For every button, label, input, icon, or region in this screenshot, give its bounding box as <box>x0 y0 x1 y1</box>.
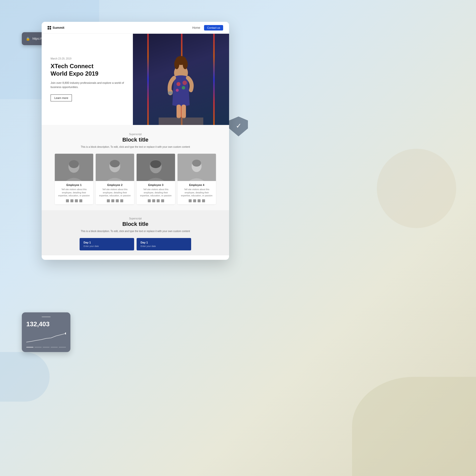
social-instagram-4[interactable] <box>193 199 196 202</box>
svg-point-8 <box>176 89 179 92</box>
employee-photo-4 <box>178 154 216 181</box>
analytics-dots <box>26 347 66 348</box>
block-section-1: Superscript Block title This is a block … <box>42 125 229 210</box>
learn-more-button[interactable]: Learn more <box>51 94 72 101</box>
analytics-handle <box>42 316 51 317</box>
logo-icon-dot2 <box>50 26 51 28</box>
employee-info-1: Employee 1 Tell site visitors about this… <box>55 181 93 204</box>
svg-point-6 <box>177 82 180 86</box>
social-facebook-2[interactable] <box>107 199 110 202</box>
block1-title: Block title <box>48 137 223 143</box>
social-x-3[interactable] <box>157 199 160 202</box>
social-facebook-1[interactable] <box>66 199 69 202</box>
social-email-1[interactable] <box>79 199 82 202</box>
block1-description: This is a block description. To edit, cl… <box>48 145 223 149</box>
employee-bio-3: Tell site visitors about this employee, … <box>139 188 173 197</box>
analytics-chart <box>26 331 66 343</box>
analytics-dot-3 <box>43 347 50 348</box>
employee-name-2: Employee 2 <box>98 183 132 186</box>
bg-shape-midleft <box>0 352 50 402</box>
bg-shape-bottomright <box>352 377 476 476</box>
emp4-photo <box>178 154 216 181</box>
svg-rect-12 <box>177 105 181 118</box>
employee-info-3: Employee 3 Tell site visitors about this… <box>137 181 175 204</box>
employee-photo-3 <box>137 154 175 181</box>
hero-date: March 23-29, 2019 <box>51 57 124 60</box>
analytics-dot-1 <box>26 347 33 348</box>
logo-text: Summit <box>53 26 64 30</box>
employee-social-3 <box>139 199 173 202</box>
svg-point-4 <box>174 59 179 69</box>
employee-name-3: Employee 3 <box>139 183 173 186</box>
shield-check-icon: ✓ <box>236 122 241 130</box>
hero-title-line2: World Expo 2019 <box>51 70 98 77</box>
analytics-dot-5 <box>59 347 66 348</box>
home-link[interactable]: Home <box>192 26 200 30</box>
bg-shape-midright <box>377 149 456 228</box>
emp2-photo <box>96 154 134 181</box>
svg-point-0 <box>65 332 66 334</box>
svg-rect-13 <box>181 105 186 118</box>
svg-point-23 <box>150 160 161 168</box>
social-x-2[interactable] <box>116 199 119 202</box>
svg-point-5 <box>183 59 188 69</box>
day-card-1: Day 1 Enter your date <box>80 238 134 250</box>
nav-bar: Summit Home Contact us <box>42 22 229 34</box>
contact-button[interactable]: Contact us <box>204 25 223 30</box>
social-instagram-1[interactable] <box>70 199 73 202</box>
speaker-svg <box>159 48 203 125</box>
logo-icon-dot4 <box>50 28 51 30</box>
employee-card-4: Employee 4 Tell site visitors about this… <box>178 154 216 204</box>
browser-window: Summit Home Contact us March 23-29, 2019… <box>42 22 229 260</box>
shield-badge: ✓ <box>229 117 248 136</box>
day-card-2-sub: Enter your date <box>141 245 187 247</box>
hero-title: XTech Connect World Expo 2019 <box>51 62 124 77</box>
hero-title-line1: XTech Connect <box>51 63 93 69</box>
logo-icon-dot1 <box>48 26 49 28</box>
hero-section: March 23-29, 2019 XTech Connect World Ex… <box>42 34 229 125</box>
lock-icon: 🔒 <box>26 37 30 41</box>
block2-title: Block title <box>48 221 223 227</box>
social-x-1[interactable] <box>75 199 78 202</box>
hero-image-placeholder <box>133 34 229 125</box>
day-card-2: Day 1 Enter your date <box>137 238 191 250</box>
employee-bio-2: Tell site visitors about this employee, … <box>98 188 132 197</box>
employee-social-4 <box>179 199 214 202</box>
social-x-4[interactable] <box>198 199 201 202</box>
social-email-4[interactable] <box>202 199 205 202</box>
employee-info-4: Employee 4 Tell site visitors about this… <box>178 181 216 204</box>
employees-grid: Employee 1 Tell site visitors about this… <box>48 154 223 204</box>
employee-name-4: Employee 4 <box>179 183 214 186</box>
block-section-2: Superscript Block title This is a block … <box>42 210 229 255</box>
svg-point-7 <box>182 86 185 89</box>
speaker-image <box>133 34 229 125</box>
employee-photo-1 <box>55 154 93 181</box>
hero-description: Join over 8,800 industry professionals a… <box>51 81 124 89</box>
emp1-photo <box>55 154 93 181</box>
day-card-1-label: Day 1 <box>84 241 130 244</box>
block2-superscript: Superscript <box>48 217 223 220</box>
social-email-2[interactable] <box>120 199 123 202</box>
employee-card-2: Employee 2 Tell site visitors about this… <box>96 154 134 204</box>
site-logo: Summit <box>48 26 64 30</box>
day-card-1-sub: Enter your date <box>84 245 130 247</box>
svg-rect-14 <box>159 118 203 125</box>
employee-name-1: Employee 1 <box>57 183 91 186</box>
employee-bio-4: Tell site visitors about this employee, … <box>179 188 214 197</box>
employee-info-2: Employee 2 Tell site visitors about this… <box>96 181 134 204</box>
hero-image <box>133 34 229 125</box>
employee-photo-2 <box>96 154 134 181</box>
block1-superscript: Superscript <box>48 133 223 136</box>
block2-description: This is a block description. To edit, cl… <box>48 229 223 233</box>
svg-point-20 <box>110 160 120 167</box>
svg-rect-11 <box>168 91 173 94</box>
social-instagram-2[interactable] <box>111 199 114 202</box>
social-facebook-3[interactable] <box>148 199 151 202</box>
social-instagram-3[interactable] <box>152 199 155 202</box>
social-facebook-4[interactable] <box>189 199 192 202</box>
svg-point-26 <box>192 160 201 167</box>
employee-card-1: Employee 1 Tell site visitors about this… <box>55 154 93 204</box>
social-email-3[interactable] <box>161 199 164 202</box>
nav-links: Home Contact us <box>192 25 223 30</box>
employee-card-3: Employee 3 Tell site visitors about this… <box>137 154 175 204</box>
